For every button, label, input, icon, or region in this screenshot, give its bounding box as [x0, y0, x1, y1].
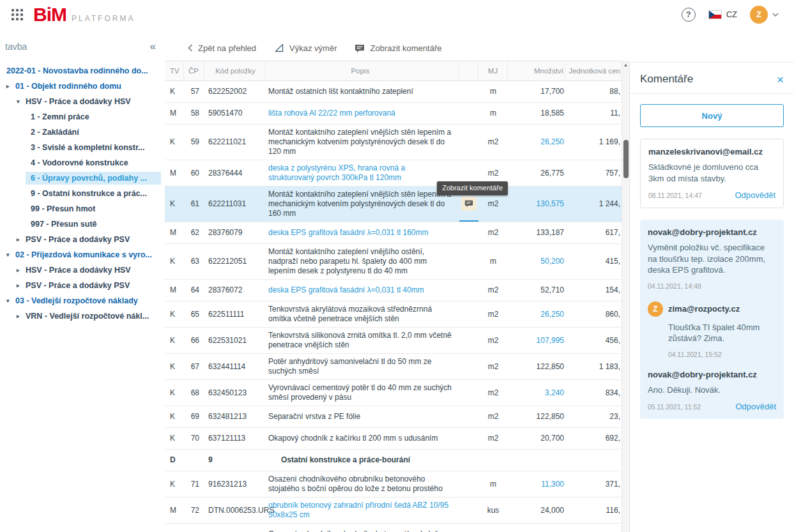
- new-comment-button[interactable]: Nový: [640, 104, 784, 127]
- apps-grid-icon: [11, 9, 23, 20]
- tree-item[interactable]: 99 - Přesun hmot: [0, 201, 165, 217]
- tree-item-label: 01 - Objekt rodinného domu: [15, 82, 121, 91]
- reply-link[interactable]: Odpovědět: [735, 402, 776, 411]
- cell-quantity[interactable]: 26,250: [508, 301, 565, 327]
- logo-subtext: PLATFORMA: [72, 14, 135, 23]
- cell-description[interactable]: deska z polystyrénu XPS, hrana rovná a s…: [266, 160, 459, 186]
- table-row[interactable]: K57622252002Montáž ostatních lišt kontak…: [165, 81, 622, 103]
- cell-description[interactable]: deska EPS grafitová fasádní λ=0,031 tl 1…: [266, 222, 459, 243]
- cell-quantity[interactable]: 26,250: [508, 125, 565, 160]
- tooltip: Zobrazit komentáře: [437, 181, 508, 195]
- apps-menu-button[interactable]: [11, 9, 23, 20]
- tree-item[interactable]: ▾HSV - Práce a dodávky HSV: [0, 94, 165, 109]
- chevron-right-icon[interactable]: ▸: [15, 267, 26, 273]
- table-row[interactable]: K65622511111Tenkovrstvá akrylátová mozai…: [165, 301, 622, 328]
- table-row[interactable]: K59622211021Montáž kontaktního zateplení…: [165, 125, 622, 160]
- cell-unit: m: [478, 244, 508, 279]
- cell-unit: m2: [478, 328, 508, 353]
- show-comments-button[interactable]: Zobrazit komentáře: [355, 43, 441, 53]
- vykaz-vymer-button[interactable]: Výkaz výměr: [274, 43, 337, 53]
- comment-indicator-button[interactable]: [461, 197, 477, 211]
- cell-tv: K: [165, 380, 184, 406]
- cell-quantity[interactable]: 3,240: [508, 380, 565, 406]
- back-button[interactable]: Zpět na přehled: [188, 43, 256, 53]
- tree-item[interactable]: ▾03 - Vedlejší rozpočtové náklady: [0, 293, 165, 308]
- cell-comment: [459, 125, 478, 160]
- tree-item[interactable]: ▸PSV - Práce a dodávky PSV: [0, 232, 165, 247]
- cell-code: 9: [204, 450, 266, 471]
- table-row[interactable]: K66622531021Tenkovrstvá silikonová zrnit…: [165, 328, 622, 354]
- chevron-right-icon[interactable]: ▸: [5, 83, 15, 89]
- cell-quantity[interactable]: 50,200: [508, 244, 565, 279]
- tree-item[interactable]: ▾02 - Příjezdová komunikace s vyro...: [0, 247, 165, 262]
- cell-description[interactable]: deska EPS grafitová fasádní λ=0,031 tl 4…: [266, 280, 459, 301]
- comment: manzeleskrivanovi@email.czSkládkovné je …: [648, 147, 775, 200]
- cell-tv: K: [165, 125, 184, 160]
- logo[interactable]: BiM PLATFORMA: [33, 5, 135, 24]
- comment-body: Ano. Děkuji. Novák.: [648, 384, 776, 396]
- tree-item[interactable]: 2022-01 - Novostavba rodinného do...: [0, 63, 165, 79]
- tree-item[interactable]: 1 - Zemní práce: [0, 109, 165, 125]
- cell-cp: 69: [184, 406, 204, 427]
- language-selector[interactable]: CZ: [708, 10, 737, 19]
- chevron-right-icon[interactable]: ▸: [15, 313, 26, 319]
- reply-link[interactable]: Odpovědět: [735, 190, 775, 200]
- cell-unit-price: 860,: [565, 301, 622, 327]
- table-row[interactable]: M5859051470lišta rohová Al 22/22 mm perf…: [165, 103, 622, 125]
- close-icon[interactable]: ×: [777, 73, 784, 86]
- comment-card: novak@dobry-projektant.czVyměnit položku…: [640, 220, 784, 419]
- tree-item[interactable]: ▸01 - Objekt rodinného domu: [0, 79, 165, 94]
- tree-item-label: HSV - Práce a dodávky HSV: [26, 97, 131, 106]
- table-row[interactable]: K68632450123Vyrovnávací cementový potěr …: [165, 380, 622, 406]
- chevron-right-icon[interactable]: ▸: [15, 236, 26, 243]
- table-row[interactable]: M72DTN.0006253.URSobrubník betonový zahr…: [165, 498, 622, 524]
- table-row[interactable]: Osazení zahradního obrubníku betonového …: [165, 524, 622, 532]
- chevron-down-icon[interactable]: ▾: [15, 98, 26, 105]
- tree-item[interactable]: 997 - Přesun sutě: [0, 217, 165, 232]
- tree-item[interactable]: ▸PSV - Práce a dodávky PSV: [0, 278, 165, 293]
- tree-item[interactable]: 4 - Vodorovné konstrukce: [0, 155, 165, 171]
- table-row[interactable]: K63622212051Montáž kontaktního zateplení…: [165, 244, 622, 280]
- cell-description[interactable]: lišta rohová Al 22/22 mm perforovaná: [266, 103, 459, 124]
- cell-unit-price: [565, 524, 622, 532]
- cell-tv: [165, 524, 184, 532]
- chevron-right-icon[interactable]: ▸: [15, 282, 26, 289]
- table-row[interactable]: K67632441114Potěr anhydritový samonivela…: [165, 354, 622, 380]
- scrollbar-thumb[interactable]: [623, 140, 629, 178]
- table-row[interactable]: K69632481213Separační vrstva z PE fóliem…: [165, 406, 622, 428]
- table-row[interactable]: M6028376444deska z polystyrénu XPS, hran…: [165, 160, 622, 186]
- cell-comment: [459, 328, 478, 353]
- table-row[interactable]: M6228376079deska EPS grafitová fasádní λ…: [165, 222, 622, 244]
- chevron-down-icon[interactable]: ▾: [5, 252, 15, 258]
- tree-item[interactable]: 6 - Úpravy povrchů, podlahy ...: [0, 171, 165, 186]
- cell-quantity[interactable]: 11,300: [508, 471, 565, 497]
- czech-flag-icon: [708, 10, 722, 19]
- cell-tv: K: [165, 186, 184, 222]
- scroll-up-icon[interactable]: ▲: [623, 61, 628, 70]
- help-icon[interactable]: ?: [682, 8, 696, 22]
- vertical-scrollbar[interactable]: ▲: [622, 61, 629, 532]
- tree-item[interactable]: 3 - Svislé a kompletní konstr...: [0, 140, 165, 155]
- cell-description[interactable]: obrubník betonový zahradní přírodní šedá…: [266, 498, 459, 523]
- chevron-down-icon[interactable]: ▾: [5, 298, 15, 304]
- tree-item[interactable]: ▸HSV - Práce a dodávky HSV: [0, 262, 165, 278]
- cell-quantity[interactable]: 130,575: [508, 186, 565, 222]
- cell-comment: [459, 498, 478, 523]
- cell-quantity[interactable]: 107,995: [508, 328, 565, 353]
- cell-comment: [459, 301, 478, 327]
- collapse-sidebar-button[interactable]: «: [150, 40, 156, 53]
- table-row[interactable]: K71916231213Osazení chodníkového obrubní…: [165, 471, 622, 498]
- user-menu[interactable]: Z: [750, 6, 779, 24]
- table-row[interactable]: K70637121113Okapový chodník z kačírku tl…: [165, 428, 622, 450]
- cell-cp: 57: [184, 81, 204, 102]
- table-row[interactable]: D9Ostatní konstrukce a práce-bourání: [165, 450, 622, 471]
- cell-description: Separační vrstva z PE fólie: [266, 406, 459, 427]
- cell-unit-price: 11,: [565, 103, 622, 124]
- top-bar: BiM PLATFORMA ? CZ Z: [0, 0, 794, 29]
- cell-cp: 70: [184, 428, 204, 449]
- tree-item[interactable]: ▸VRN - Vedlejší rozpočtové nákl...: [0, 308, 165, 324]
- tree-item[interactable]: 2 - Zakládání: [0, 125, 165, 140]
- table-row[interactable]: M6428376072deska EPS grafitová fasádní λ…: [165, 280, 622, 301]
- table-row[interactable]: K61622211031Montáž kontaktního zateplení…: [165, 186, 622, 222]
- tree-item[interactable]: 9 - Ostatní konstrukce a prác...: [0, 186, 165, 201]
